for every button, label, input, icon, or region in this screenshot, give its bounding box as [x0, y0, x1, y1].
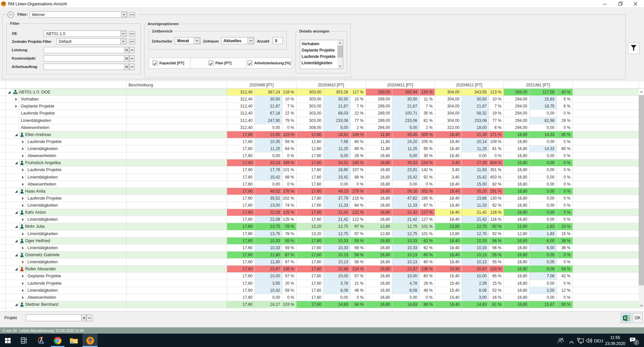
svg-text:X: X	[624, 316, 626, 320]
